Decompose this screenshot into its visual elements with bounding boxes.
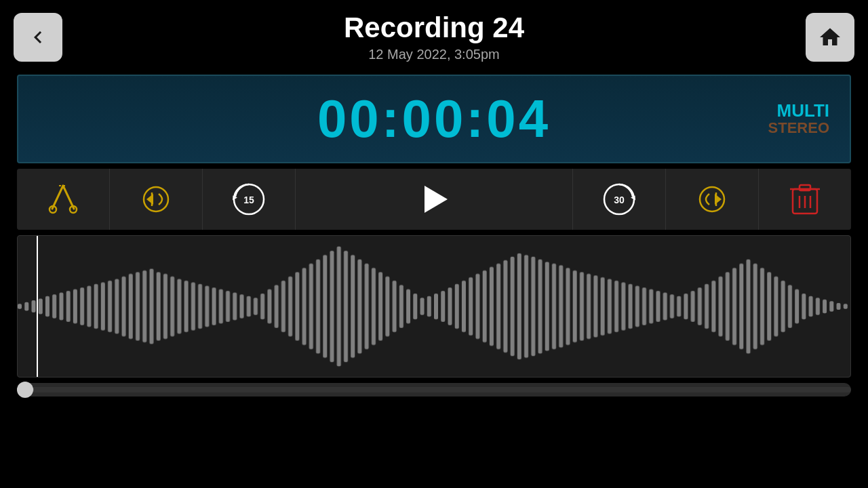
recording-title: Recording 24 xyxy=(344,12,524,43)
home-button[interactable] xyxy=(806,13,854,62)
waveform-container[interactable] xyxy=(17,235,851,378)
channel-info: MULTI STEREO xyxy=(768,102,829,137)
waveform-canvas xyxy=(18,236,850,377)
timer-section: 00:00:04 MULTI STEREO xyxy=(17,75,851,163)
header: Recording 24 12 May 2022, 3:05pm xyxy=(0,0,868,75)
recording-date: 12 May 2022, 3:05pm xyxy=(344,47,524,62)
timer-display: 00:00:04 xyxy=(317,88,551,150)
header-title-block: Recording 24 12 May 2022, 3:05pm xyxy=(344,12,524,62)
svg-line-1 xyxy=(63,186,74,209)
progress-bar[interactable] xyxy=(17,383,851,396)
back-button[interactable] xyxy=(14,13,62,62)
delete-button[interactable] xyxy=(759,169,851,230)
rewind-to-start-button[interactable] xyxy=(110,169,203,230)
rewind-15-button[interactable]: 15 xyxy=(203,169,296,230)
svg-marker-11 xyxy=(425,186,448,213)
channel-multi-label: MULTI xyxy=(768,102,829,119)
progress-thumb[interactable] xyxy=(17,382,33,398)
cut-button[interactable] xyxy=(17,169,110,230)
svg-text:15: 15 xyxy=(243,195,254,205)
svg-text:30: 30 xyxy=(614,195,625,205)
progress-track xyxy=(17,387,851,392)
controls-bar: 15 30 xyxy=(17,169,851,230)
play-button[interactable] xyxy=(296,169,573,230)
svg-line-0 xyxy=(52,186,63,209)
playhead-line xyxy=(37,236,38,377)
svg-rect-20 xyxy=(800,185,810,190)
forward-30-button[interactable]: 30 xyxy=(573,169,666,230)
channel-stereo-label: STEREO xyxy=(768,119,829,137)
forward-to-end-button[interactable] xyxy=(666,169,759,230)
